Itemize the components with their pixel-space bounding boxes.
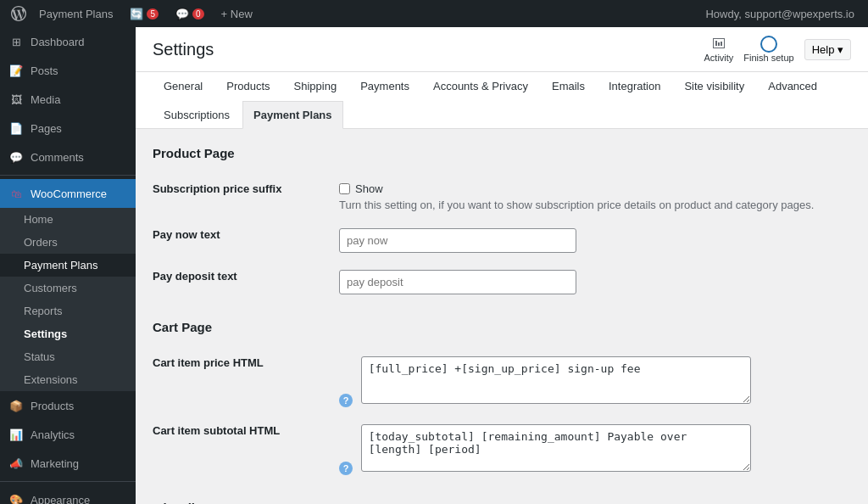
- cart-item-price-row: Cart item price HTML ? [full_price] +[si…: [153, 348, 851, 416]
- site-name-bar-item[interactable]: Payment Plans: [31, 0, 121, 27]
- media-icon: 🖼: [8, 92, 24, 107]
- cart-page-title: Cart Page: [153, 320, 851, 334]
- submenu-settings[interactable]: Settings: [0, 322, 136, 345]
- cart-item-subtotal-row: Cart item subtotal HTML ? [today_subtota…: [153, 416, 851, 484]
- pay-deposit-label: Pay deposit text: [153, 261, 339, 303]
- cart-item-price-info-icon[interactable]: ?: [339, 394, 353, 407]
- pages-icon: 📄: [8, 120, 24, 136]
- submenu-home[interactable]: Home: [0, 208, 136, 231]
- wp-logo[interactable]: [7, 0, 31, 27]
- tab-general[interactable]: General: [153, 72, 214, 99]
- cart-item-subtotal-control: ? [today_subtotal] [remaining_amount] Pa…: [339, 416, 851, 484]
- cart-item-subtotal-label: Cart item subtotal HTML: [153, 416, 339, 484]
- activity-button[interactable]: Activity: [704, 36, 733, 63]
- sidebar: ⊞ Dashboard 📝 Posts 🖼 Media 📄 Pages 💬 Co…: [0, 27, 136, 504]
- header-actions: Activity Finish setup Help ▾: [704, 36, 851, 63]
- tab-payment-plans[interactable]: Payment Plans: [242, 101, 343, 129]
- settings-content: Product Page Subscription price suffix S…: [136, 129, 868, 504]
- new-content-bar-item[interactable]: + New: [213, 0, 261, 27]
- sidebar-item-analytics[interactable]: 📊 Analytics: [0, 420, 136, 449]
- finish-setup-button[interactable]: Finish setup: [743, 36, 793, 63]
- sidebar-item-marketing[interactable]: 📣 Marketing: [0, 449, 136, 478]
- submenu-payment-plans[interactable]: Payment Plans: [0, 254, 136, 277]
- sidebar-item-comments[interactable]: 💬 Comments: [0, 143, 136, 171]
- tab-products[interactable]: Products: [215, 72, 281, 99]
- product-page-form: Subscription price suffix Show Turn this…: [153, 174, 851, 303]
- subscription-suffix-control: Show Turn this setting on, if you want t…: [339, 174, 851, 220]
- help-button[interactable]: Help ▾: [804, 39, 851, 60]
- products-icon: 📦: [8, 398, 24, 413]
- subscription-suffix-row: Subscription price suffix Show Turn this…: [153, 174, 851, 220]
- tab-emails[interactable]: Emails: [541, 72, 596, 99]
- submenu-orders[interactable]: Orders: [0, 231, 136, 254]
- cart-item-price-textarea[interactable]: [full_price] +[sign_up_price] sign-up fe…: [361, 356, 751, 404]
- tab-site-visibility[interactable]: Site visibility: [673, 72, 755, 99]
- woocommerce-icon: 🛍: [8, 186, 24, 201]
- admin-bar-user[interactable]: Howdy, support@wpexperts.io: [705, 8, 861, 20]
- woocommerce-submenu: Home Orders Payment Plans Customers Repo…: [0, 208, 136, 391]
- pay-now-input[interactable]: [339, 228, 576, 253]
- submenu-customers[interactable]: Customers: [0, 277, 136, 300]
- page-header: Settings Activity Finish setup Help ▾: [136, 27, 868, 72]
- tab-advanced[interactable]: Advanced: [757, 72, 828, 99]
- pay-deposit-control: [339, 261, 851, 303]
- product-page-title: Product Page: [153, 146, 851, 160]
- pay-now-control: [339, 220, 851, 261]
- subscription-suffix-label: Subscription price suffix: [153, 174, 339, 220]
- comments-bar-item[interactable]: 💬 0: [167, 0, 213, 27]
- comments-icon: 💬: [8, 149, 24, 165]
- sidebar-item-appearance[interactable]: 🎨 Appearance: [0, 485, 136, 504]
- marketing-icon: 📣: [8, 456, 24, 471]
- admin-bar-items: Payment Plans 🔄 5 💬 0 + New: [31, 0, 261, 27]
- submenu-extensions[interactable]: Extensions: [0, 368, 136, 391]
- subscription-suffix-checkbox-label: Show: [355, 182, 383, 195]
- cart-item-subtotal-info-icon[interactable]: ?: [339, 462, 353, 475]
- cart-item-price-control: ? [full_price] +[sign_up_price] sign-up …: [339, 348, 851, 416]
- cart-item-price-label: Cart item price HTML: [153, 348, 339, 416]
- tab-subscriptions[interactable]: Subscriptions: [153, 101, 241, 128]
- cart-page-form: Cart item price HTML ? [full_price] +[si…: [153, 348, 851, 484]
- updates-bar-item[interactable]: 🔄 5: [121, 0, 167, 27]
- sidebar-item-media[interactable]: 🖼 Media: [0, 85, 136, 114]
- admin-bar: Payment Plans 🔄 5 💬 0 + New Howdy, suppo…: [0, 0, 868, 27]
- analytics-icon: 📊: [8, 427, 24, 442]
- main-content: Settings Activity Finish setup Help ▾ Ge…: [136, 27, 868, 504]
- tab-payments[interactable]: Payments: [349, 72, 420, 99]
- tab-integration[interactable]: Integration: [598, 72, 671, 99]
- sidebar-item-pages[interactable]: 📄 Pages: [0, 114, 136, 143]
- pay-deposit-row: Pay deposit text: [153, 261, 851, 303]
- sidebar-item-woocommerce[interactable]: 🛍 WooCommerce: [0, 179, 136, 208]
- posts-icon: 📝: [8, 63, 24, 78]
- finish-setup-circle: [760, 36, 777, 53]
- appearance-icon: 🎨: [8, 492, 24, 504]
- subscription-suffix-checkbox[interactable]: [339, 183, 350, 194]
- subscription-suffix-description: Turn this setting on, if you want to sho…: [339, 199, 851, 211]
- sidebar-item-dashboard[interactable]: ⊞ Dashboard: [0, 27, 136, 56]
- page-title: Settings: [153, 40, 214, 59]
- sidebar-item-posts[interactable]: 📝 Posts: [0, 56, 136, 85]
- pay-deposit-input[interactable]: [339, 270, 576, 294]
- settings-tabs: General Products Shipping Payments Accou…: [136, 72, 868, 129]
- pay-now-label: Pay now text: [153, 220, 339, 261]
- submenu-reports[interactable]: Reports: [0, 300, 136, 322]
- sidebar-item-products[interactable]: 📦 Products: [0, 391, 136, 420]
- submenu-status[interactable]: Status: [0, 345, 136, 368]
- tab-accounts[interactable]: Accounts & Privacy: [422, 72, 539, 99]
- dashboard-icon: ⊞: [8, 34, 24, 49]
- cart-item-subtotal-textarea[interactable]: [today_subtotal] [remaining_amount] Paya…: [361, 424, 751, 472]
- miscellaneous-title: Miscellaneous: [153, 501, 851, 504]
- tab-shipping[interactable]: Shipping: [283, 72, 348, 99]
- pay-now-row: Pay now text: [153, 220, 851, 261]
